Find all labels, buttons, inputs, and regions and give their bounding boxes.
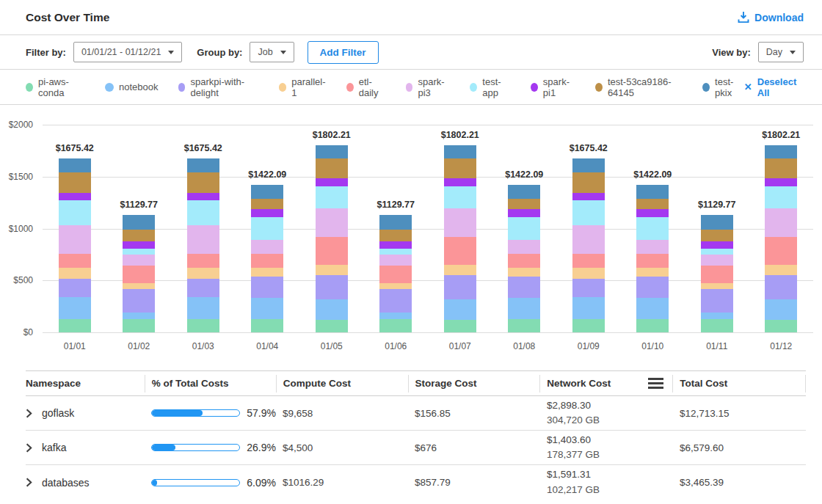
bar-segment-test-app[interactable] <box>765 186 797 208</box>
bar-segment-test-pkix[interactable] <box>59 158 91 172</box>
bar-segment-test-53ca9186-64145[interactable] <box>765 158 797 178</box>
bar-segment-test-pkix[interactable] <box>508 185 540 199</box>
bar-segment-pi-aws-conda[interactable] <box>636 319 669 332</box>
bar-segment-parallel-1[interactable] <box>379 283 412 290</box>
stacked-bar[interactable] <box>316 145 348 332</box>
legend-item-test-53ca9186-64145[interactable]: test-53ca9186-64145 <box>595 76 683 98</box>
bar-segment-spark-pi1[interactable] <box>572 193 605 200</box>
bar-segment-spark-pi3[interactable] <box>636 240 669 254</box>
legend-item-spark-pi1[interactable]: spark-pi1 <box>531 76 575 98</box>
bar-segment-pi-aws-conda[interactable] <box>251 319 283 332</box>
bar-segment-notebook[interactable] <box>251 298 283 319</box>
stacked-bar[interactable] <box>187 158 219 332</box>
bar-segment-sparkpi-with-delight[interactable] <box>508 277 540 298</box>
bar-segment-etl-daily[interactable] <box>251 254 283 268</box>
bar-segment-notebook[interactable] <box>508 298 540 319</box>
bar-segment-sparkpi-with-delight[interactable] <box>59 279 91 297</box>
download-button[interactable]: Download <box>738 11 804 23</box>
bar-segment-test-app[interactable] <box>316 186 348 208</box>
bar-segment-pi-aws-conda[interactable] <box>444 320 476 332</box>
bar-segment-spark-pi3[interactable] <box>444 208 476 237</box>
table-row-goflask[interactable]: goflask57.9%$9,658$156.85$2,898.30304,72… <box>26 396 806 431</box>
bar-segment-spark-pi3[interactable] <box>379 255 412 266</box>
bar-segment-notebook[interactable] <box>765 299 797 320</box>
bar-segment-spark-pi1[interactable] <box>316 178 348 186</box>
view-by-select[interactable]: Day <box>758 42 804 62</box>
table-row-databases[interactable]: databases6.09%$1016.29$857.79$1,591.3110… <box>26 465 806 500</box>
bar-segment-test-53ca9186-64145[interactable] <box>123 230 155 241</box>
bar-segment-notebook[interactable] <box>572 297 605 319</box>
bar-segment-parallel-1[interactable] <box>508 268 540 277</box>
bar-segment-etl-daily[interactable] <box>572 254 605 268</box>
stacked-bar[interactable] <box>636 185 669 332</box>
bar-segment-test-app[interactable] <box>187 200 219 224</box>
legend-item-parallel-1[interactable]: parallel-1 <box>279 76 327 98</box>
bar-segment-etl-daily[interactable] <box>316 237 348 265</box>
bar-segment-test-53ca9186-64145[interactable] <box>444 158 476 178</box>
bar-segment-etl-daily[interactable] <box>187 254 219 268</box>
stacked-bar[interactable] <box>123 215 155 332</box>
bar-segment-test-app[interactable] <box>59 200 91 224</box>
bar-segment-test-pkix[interactable] <box>636 185 669 199</box>
bar-segment-parallel-1[interactable] <box>765 265 797 275</box>
bar-segment-etl-daily[interactable] <box>379 266 412 282</box>
chevron-right-icon[interactable] <box>26 443 32 453</box>
bar-segment-test-app[interactable] <box>123 249 155 254</box>
bar-segment-test-53ca9186-64145[interactable] <box>701 230 733 241</box>
bar-segment-notebook[interactable] <box>187 297 219 319</box>
bar-segment-parallel-1[interactable] <box>316 265 348 275</box>
stacked-bar[interactable] <box>444 145 476 332</box>
bar-segment-spark-pi3[interactable] <box>701 255 733 266</box>
bar-segment-spark-pi3[interactable] <box>187 225 219 254</box>
bar-segment-spark-pi1[interactable] <box>123 241 155 249</box>
bar-segment-test-app[interactable] <box>508 217 540 241</box>
bar-segment-test-pkix[interactable] <box>765 145 797 158</box>
bar-segment-pi-aws-conda[interactable] <box>379 319 412 332</box>
bar-segment-test-app[interactable] <box>444 186 476 208</box>
bar-segment-spark-pi3[interactable] <box>59 225 91 254</box>
bar-segment-parallel-1[interactable] <box>251 268 283 277</box>
bar-segment-spark-pi3[interactable] <box>123 255 155 266</box>
bar-segment-sparkpi-with-delight[interactable] <box>187 279 219 297</box>
stacked-bar[interactable] <box>379 215 412 332</box>
bar-segment-etl-daily[interactable] <box>59 254 91 268</box>
bar-segment-sparkpi-with-delight[interactable] <box>379 289 412 313</box>
legend-item-sparkpi-with-delight[interactable]: sparkpi-with-delight <box>178 76 259 98</box>
bar-segment-spark-pi1[interactable] <box>444 178 476 186</box>
bar-segment-pi-aws-conda[interactable] <box>123 319 155 332</box>
bar-segment-test-app[interactable] <box>572 200 605 224</box>
table-row-kafka[interactable]: kafka26.9%$4,500$676$1,403.60178,377 GB$… <box>26 431 806 465</box>
bar-segment-test-53ca9186-64145[interactable] <box>508 199 540 210</box>
stacked-bar[interactable] <box>508 185 540 332</box>
bar-segment-spark-pi1[interactable] <box>636 209 669 216</box>
bar-segment-notebook[interactable] <box>701 313 733 319</box>
bar-segment-parallel-1[interactable] <box>187 268 219 280</box>
bar-segment-test-53ca9186-64145[interactable] <box>636 199 669 210</box>
bar-segment-sparkpi-with-delight[interactable] <box>765 275 797 299</box>
chevron-right-icon[interactable] <box>26 409 32 418</box>
bar-segment-test-53ca9186-64145[interactable] <box>316 158 348 178</box>
bar-segment-test-pkix[interactable] <box>701 215 733 229</box>
bar-segment-sparkpi-with-delight[interactable] <box>572 279 605 297</box>
legend-item-test-app[interactable]: test-app <box>470 76 510 98</box>
stacked-bar[interactable] <box>765 145 797 332</box>
bar-segment-test-pkix[interactable] <box>444 145 476 158</box>
bar-segment-sparkpi-with-delight[interactable] <box>251 277 283 298</box>
bar-segment-pi-aws-conda[interactable] <box>316 320 348 332</box>
group-by-select[interactable]: Job <box>250 42 294 62</box>
bar-segment-test-pkix[interactable] <box>187 158 219 172</box>
bar-segment-notebook[interactable] <box>316 299 348 320</box>
bar-segment-test-pkix[interactable] <box>379 215 412 229</box>
legend-item-spark-pi3[interactable]: spark-pi3 <box>406 76 451 98</box>
bar-segment-test-app[interactable] <box>379 249 412 254</box>
bar-segment-test-pkix[interactable] <box>572 158 605 172</box>
bar-segment-notebook[interactable] <box>379 313 412 319</box>
bar-segment-spark-pi1[interactable] <box>701 241 733 249</box>
legend-item-etl-daily[interactable]: etl-daily <box>346 76 386 98</box>
bar-segment-parallel-1[interactable] <box>636 268 669 277</box>
bar-segment-sparkpi-with-delight[interactable] <box>701 289 733 313</box>
bar-segment-etl-daily[interactable] <box>765 237 797 265</box>
legend-item-pi-aws-conda[interactable]: pi-aws-conda <box>26 76 85 98</box>
bar-segment-pi-aws-conda[interactable] <box>572 319 605 332</box>
bar-segment-spark-pi3[interactable] <box>572 225 605 254</box>
